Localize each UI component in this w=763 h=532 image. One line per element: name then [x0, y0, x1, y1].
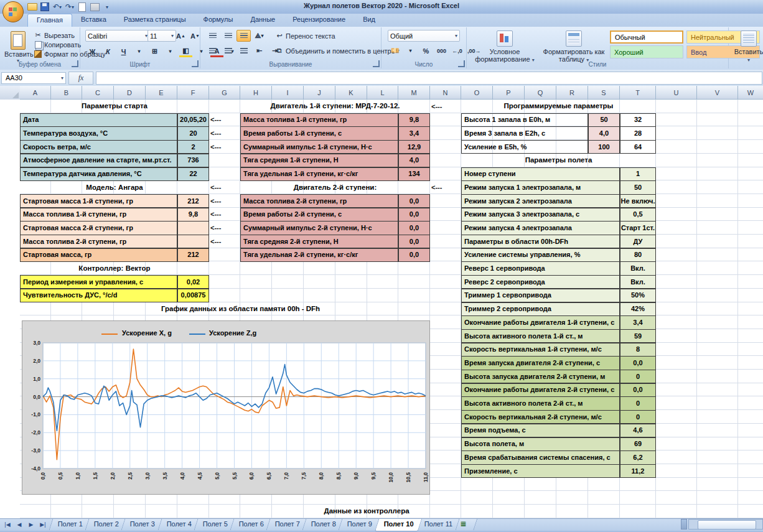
flight-params-value-27[interactable]: 6,2: [620, 450, 656, 464]
engine2-label-12[interactable]: Тяга удельная 2-й ступени, кг·с/кг: [240, 248, 398, 262]
engine2-value-8[interactable]: 0,0: [398, 194, 430, 208]
flight-params-value-25[interactable]: 4,6: [620, 424, 656, 437]
flight-params-value-24[interactable]: 0: [620, 410, 656, 424]
engine2-value-12[interactable]: 0,0: [398, 248, 430, 262]
programmable-value2-2[interactable]: 32: [620, 113, 656, 127]
column-header-T[interactable]: T: [620, 86, 656, 100]
flight-params-label-23[interactable]: Высота активного полета 2-й ст., м: [461, 396, 620, 410]
flight-params-label-25[interactable]: Время подъема, с: [461, 424, 620, 437]
flight-params-label-20[interactable]: Время запуска двигателя 2-й ступени, с: [461, 356, 620, 370]
flight-params-label-21[interactable]: Высота запуска двигателя 2-й ступени, м: [461, 370, 620, 383]
merged-header-row16[interactable]: График данных из области памяти 00h - DF…: [114, 302, 367, 316]
merged-header-row5[interactable]: Параметры полета: [461, 154, 656, 167]
column-header-M[interactable]: M: [398, 86, 430, 100]
flight-params-label-13[interactable]: Реверс 1 сервопривода: [461, 261, 620, 275]
column-header-G[interactable]: G: [209, 86, 240, 100]
ribbon-tab-6[interactable]: Рецензирование: [284, 14, 354, 27]
number-format-select[interactable]: Общий▾: [388, 30, 460, 42]
arrow-G4[interactable]: <---: [209, 140, 240, 154]
flight-params-value-15[interactable]: 50%: [620, 289, 656, 302]
column-header-Q[interactable]: Q: [525, 86, 556, 100]
flight-params-label-14[interactable]: Реверс 2 сервопривода: [461, 275, 620, 289]
engine2-label-10[interactable]: Суммарный импульс 2-й ступени, Н·с: [240, 221, 398, 235]
align-center-button[interactable]: [221, 45, 235, 57]
programmable-value2-4[interactable]: 64: [620, 140, 656, 154]
column-header-N[interactable]: N: [430, 86, 461, 100]
engine2-value-9[interactable]: 0,0: [398, 208, 430, 222]
flight-params-label-18[interactable]: Высота активного полета 1-й ст., м: [461, 329, 620, 343]
decrease-indent-button[interactable]: ⇤: [252, 45, 266, 57]
underline-button[interactable]: Ч: [116, 45, 131, 57]
flight-params-value-14[interactable]: Вкл.: [620, 275, 656, 289]
mass-params-label-10[interactable]: Стартовая масса 2-й ступени, гр: [20, 221, 177, 235]
mass-params-value-8[interactable]: 212: [177, 194, 209, 208]
style-chip-4[interactable]: Хороший: [610, 45, 683, 58]
flight-params-label-28[interactable]: Приземление, с: [461, 464, 620, 478]
column-header-O[interactable]: O: [461, 86, 493, 100]
flight-params-label-27[interactable]: Время срабатывания системы спасения, с: [461, 450, 620, 464]
clipboard-dialog-launcher-icon[interactable]: [72, 60, 78, 67]
last-sheet-button[interactable]: ▶|: [38, 521, 48, 528]
merged-header-row1[interactable]: Двигатель 1-й ступени: МРД-7-20-12.: [240, 100, 430, 113]
programmable-label-2[interactable]: Высота 1 запала в E0h, м: [461, 113, 588, 127]
merged-header-row7[interactable]: Двигатель 2-й ступени:: [240, 180, 430, 194]
engine1-value-3[interactable]: 3,4: [398, 126, 430, 140]
style-chip-1[interactable]: Обычный: [610, 30, 683, 44]
engine2-value-10[interactable]: 0,0: [398, 221, 430, 235]
start-params-value-3[interactable]: 20: [177, 126, 209, 140]
column-header-F[interactable]: F: [177, 86, 209, 100]
flight-params-value-13[interactable]: Вкл.: [620, 261, 656, 275]
column-header-B[interactable]: B: [51, 86, 82, 100]
orientation-button[interactable]: ⟁▾: [252, 30, 266, 42]
engine2-value-11[interactable]: 0,0: [398, 235, 430, 248]
mass-params-value-11[interactable]: [177, 235, 209, 248]
column-header-I[interactable]: I: [272, 86, 304, 100]
arrow-G2[interactable]: <---: [209, 113, 240, 127]
column-header-J[interactable]: J: [304, 86, 335, 100]
mass-params-label-11[interactable]: Масса топлива 2-й ступени, гр: [20, 235, 177, 248]
flight-params-value-22[interactable]: 0,0: [620, 383, 656, 397]
first-sheet-button[interactable]: |◀: [2, 521, 12, 528]
merged-header-row7[interactable]: Модель: Ангара: [20, 180, 209, 194]
flight-params-label-6[interactable]: Номер ступени: [461, 167, 620, 181]
flight-params-value-28[interactable]: 11,2: [620, 464, 656, 478]
start-params-value-5[interactable]: 736: [177, 154, 209, 167]
engine2-label-8[interactable]: Масса топлива 2-й ступени, гр: [240, 194, 398, 208]
flight-params-label-9[interactable]: Режим запуска 3 электрозапала, с: [461, 208, 620, 222]
office-button[interactable]: [2, 1, 24, 22]
align-right-button[interactable]: [236, 45, 251, 57]
engine1-label-2[interactable]: Масса топлива 1-й ступени, гр: [240, 113, 398, 127]
flight-params-value-10[interactable]: Старт 1ст.: [620, 221, 656, 235]
flight-params-value-20[interactable]: 0,0: [620, 356, 656, 370]
flight-params-label-8[interactable]: Режим запуска 2 электрозапала: [461, 194, 620, 208]
column-header-U[interactable]: U: [656, 86, 697, 100]
flight-params-label-19[interactable]: Скорость вертикальная 1-й ступени, м/с: [461, 343, 620, 357]
programmable-label-4[interactable]: Усиление в E5h, %: [461, 140, 588, 154]
flight-params-label-10[interactable]: Режим запуска 4 электрозапала: [461, 221, 620, 235]
flight-params-label-12[interactable]: Усиление системы управления, %: [461, 248, 620, 262]
start-params-label-5[interactable]: Атмосферное давление на старте, мм.рт.ст…: [20, 154, 177, 167]
italic-button[interactable]: К: [101, 45, 115, 57]
flight-params-value-19[interactable]: 8: [620, 343, 656, 357]
column-header-V[interactable]: V: [697, 86, 738, 100]
horizontal-scrollbar[interactable]: [688, 519, 763, 530]
flight-params-value-26[interactable]: 69: [620, 437, 656, 451]
engine1-label-6[interactable]: Тяга удельная 1-й ступени, кг·с/кг: [240, 167, 398, 181]
currency-dropdown-icon[interactable]: ▾: [403, 45, 418, 57]
arrow-G7[interactable]: <---: [209, 180, 240, 194]
ribbon-tab-5[interactable]: Данные: [241, 14, 284, 27]
engine2-label-11[interactable]: Тяга средняя 2-й ступени, Н: [240, 235, 398, 248]
programmable-value-3[interactable]: 4,0: [588, 126, 620, 140]
flight-params-value-9[interactable]: 0,5: [620, 208, 656, 222]
align-middle-button[interactable]: [221, 30, 235, 42]
align-left-button[interactable]: [205, 45, 220, 57]
start-params-value-6[interactable]: 22: [177, 167, 209, 181]
engine1-value-5[interactable]: 4,0: [398, 154, 430, 167]
column-header-D[interactable]: D: [114, 86, 146, 100]
column-header-R[interactable]: R: [556, 86, 588, 100]
flight-params-label-11[interactable]: Параметры в области 00h-DFh: [461, 235, 620, 248]
flight-params-value-18[interactable]: 59: [620, 329, 656, 343]
column-header-C[interactable]: C: [82, 86, 114, 100]
mass-params-value-10[interactable]: [177, 221, 209, 235]
arrow-G11[interactable]: <---: [209, 235, 240, 248]
